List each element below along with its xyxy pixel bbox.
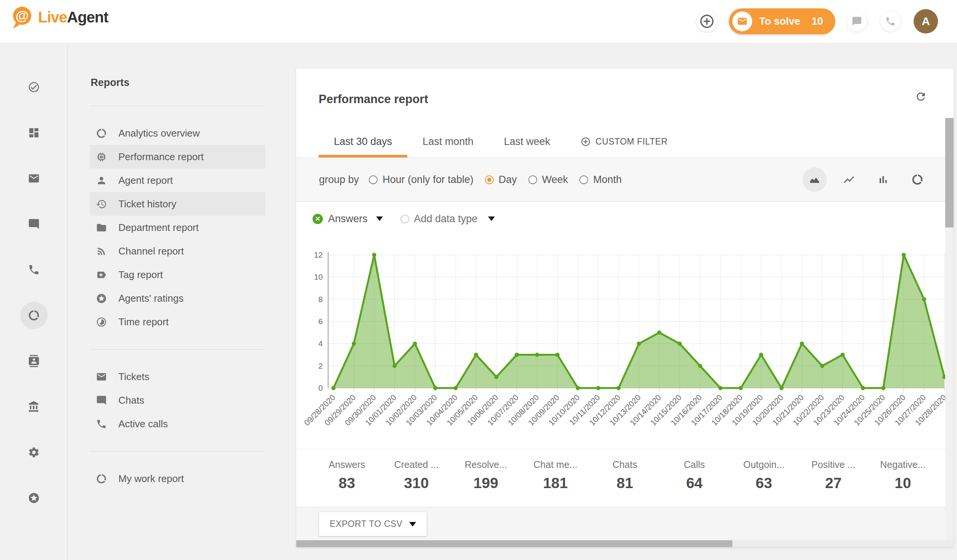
sidebar-item-my-work-report[interactable]: My work report — [90, 467, 265, 490]
radio-month[interactable] — [579, 175, 588, 184]
add-data-type-label[interactable]: Add data type — [414, 213, 478, 225]
sidebar-item-analytics-overview[interactable]: Analytics overview — [90, 121, 265, 145]
vertical-scrollbar-track[interactable] — [945, 228, 954, 540]
tab-last-week[interactable]: Last week — [489, 126, 566, 158]
sidebar-item-department-report[interactable]: Department report — [90, 216, 265, 239]
stat-value: 199 — [474, 475, 498, 492]
radio-day[interactable] — [485, 175, 494, 184]
sidebar-item-label: Agent report — [118, 175, 173, 186]
menu-section: My work report — [90, 467, 265, 490]
chart-type-donut[interactable] — [905, 167, 930, 192]
series-chip-label: Answers — [328, 213, 368, 225]
donut-icon — [28, 309, 40, 321]
radio-week[interactable] — [528, 175, 537, 184]
radio-label: Hour (only for table) — [383, 174, 474, 186]
sidebar-item-ticket-history[interactable]: Ticket history — [90, 192, 265, 216]
sidebar-item-tag-report[interactable]: Tag report — [90, 263, 265, 286]
chart-type-bar-chart[interactable] — [871, 167, 895, 192]
stat-answers: Answers83 — [312, 449, 382, 507]
phone-icon — [96, 418, 107, 430]
stat-negative: Negative...10 — [868, 449, 938, 507]
groupby-option-day[interactable]: Day — [485, 174, 517, 186]
stat-value: 81 — [617, 475, 633, 492]
svg-text:8: 8 — [318, 295, 323, 304]
rail-item-chat[interactable] — [20, 210, 48, 238]
rail-item-gear[interactable] — [20, 439, 48, 466]
rail-item-bank[interactable] — [20, 393, 48, 420]
menu-divider — [90, 349, 265, 350]
sidebar-item-time-report[interactable]: Time report — [90, 310, 265, 334]
stat-label: Positive ... — [812, 459, 855, 470]
sidebar-item-tickets[interactable]: Tickets — [90, 365, 265, 388]
vertical-scrollbar-thumb[interactable] — [945, 118, 954, 228]
rail-item-dashboard[interactable] — [20, 119, 48, 146]
stat-label: Created ... — [394, 459, 439, 470]
sidebar-menu: Analytics overviewPerformance reportAgen… — [90, 106, 265, 506]
menu-divider — [90, 106, 265, 106]
remove-series-icon[interactable]: ✕ — [313, 214, 323, 224]
radio-hour-only-for-table[interactable] — [369, 175, 378, 184]
rail-item-check-circle[interactable] — [20, 73, 48, 101]
add-data-type-caret-icon[interactable] — [488, 216, 495, 221]
groupby-option-hour-only-for-table[interactable]: Hour (only for table) — [369, 174, 474, 186]
sidebar-item-label: Chats — [118, 395, 144, 406]
stat-value: 310 — [404, 475, 429, 492]
svg-text:12: 12 — [314, 250, 323, 259]
svg-text:0: 0 — [318, 383, 323, 392]
horizontal-scrollbar-track[interactable] — [296, 540, 954, 547]
sidebar-item-agents-ratings[interactable]: Agents' ratings — [90, 286, 265, 310]
sidebar-item-chats[interactable]: Chats — [90, 388, 265, 412]
to-solve-button[interactable]: To solve 10 — [729, 8, 835, 34]
chat-icon — [96, 395, 107, 406]
rail-item-phone[interactable] — [20, 256, 48, 283]
rail-item-star-circle[interactable] — [20, 484, 48, 512]
tab-last-30-days[interactable]: Last 30 days — [319, 126, 407, 158]
sidebar-item-label: Channel report — [118, 245, 184, 257]
menu-section: Analytics overviewPerformance reportAgen… — [90, 121, 265, 334]
chart-type-line-chart[interactable] — [837, 167, 861, 192]
stat-value: 83 — [339, 475, 355, 492]
sidebar-item-active-calls[interactable]: Active calls — [90, 412, 265, 436]
stat-outgoin: Outgoin...63 — [729, 449, 799, 507]
stat-label: Chats — [612, 459, 637, 470]
add-data-type-radio[interactable] — [400, 215, 409, 223]
rail-item-contacts[interactable] — [20, 347, 48, 375]
sidebar-item-performance-report[interactable]: Performance report — [90, 145, 265, 169]
stat-value: 181 — [543, 475, 568, 492]
stat-resolve: Resolve...199 — [451, 449, 521, 507]
stat-value: 64 — [686, 475, 702, 492]
groupby-option-month[interactable]: Month — [579, 174, 622, 186]
data-series-row: ✕ Answers Add data type — [296, 202, 954, 236]
area-chart-icon — [809, 173, 821, 186]
series-dropdown-caret-icon[interactable] — [376, 216, 383, 221]
sidebar-item-label: Tickets — [118, 371, 149, 383]
export-to-csv-button[interactable]: EXPORT TO CSV — [319, 512, 427, 536]
calls-button[interactable] — [880, 11, 901, 32]
phone-icon — [28, 264, 40, 276]
page-title: Performance report — [319, 92, 428, 106]
chart-type-area-chart[interactable] — [802, 167, 827, 192]
sidebar-item-agent-report[interactable]: Agent report — [90, 169, 265, 192]
groupby-option-week[interactable]: Week — [528, 174, 568, 186]
to-solve-label: To solve — [759, 16, 800, 27]
group-by-options: Hour (only for table)DayWeekMonth — [369, 174, 622, 186]
add-button[interactable] — [696, 11, 718, 32]
refresh-button[interactable] — [913, 89, 928, 105]
tag-icon — [96, 269, 107, 280]
sidebar-item-label: Active calls — [118, 418, 168, 430]
tab-last-month[interactable]: Last month — [407, 126, 489, 158]
rail-item-donut[interactable] — [20, 302, 48, 329]
sidebar-item-label: Department report — [118, 222, 199, 234]
sidebar-item-label: Agents' ratings — [118, 293, 183, 304]
avatar[interactable]: A — [914, 9, 938, 33]
stat-chats: Chats81 — [590, 449, 660, 507]
rail-item-mail[interactable] — [20, 165, 48, 192]
liveagent-logo: @ LiveAgent — [10, 5, 108, 29]
svg-text:2: 2 — [318, 361, 323, 370]
custom-filter-button[interactable]: CUSTOM FILTER — [565, 126, 683, 158]
chats-button[interactable] — [847, 11, 867, 32]
sidebar-title: Reports — [91, 77, 129, 89]
horizontal-scrollbar-thumb[interactable] — [296, 540, 732, 547]
phone-icon — [885, 16, 896, 27]
sidebar-item-channel-report[interactable]: Channel report — [90, 239, 265, 263]
